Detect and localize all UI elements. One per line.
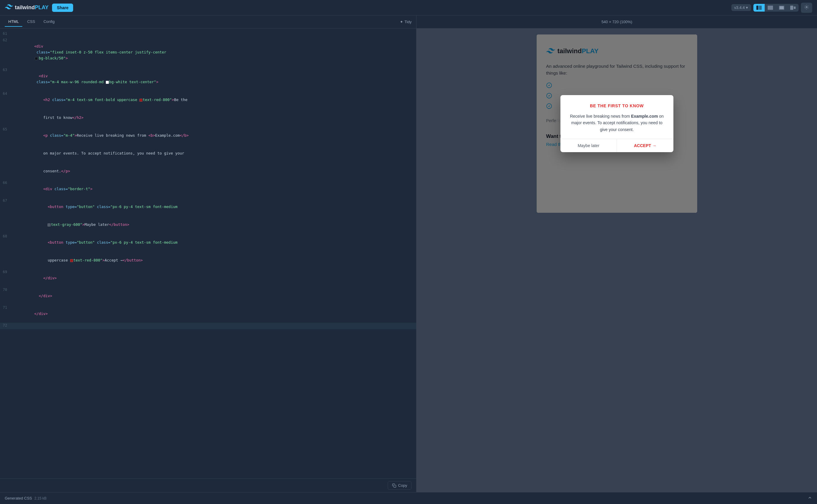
svg-rect-1 [759, 6, 762, 10]
tidy-button[interactable]: ✦ Tidy [400, 20, 412, 24]
bottom-bar: Generated CSS 2.15 kB [0, 492, 817, 504]
code-line: 61 [0, 31, 416, 37]
modal-accept-button[interactable]: ACCEPT → [617, 139, 673, 152]
code-line: 70 </div> [0, 287, 416, 305]
preview-panel: 540 × 720 (100%) tailwindPLAY [417, 15, 817, 492]
logo-text: tailwindPLAY [15, 4, 48, 11]
logo: tailwindPLAY [5, 4, 48, 12]
topbar: tailwindPLAY Share v3.4.4 ▾ [0, 0, 817, 15]
svg-rect-4 [780, 6, 784, 9]
code-line: 67 <button type="button" class="px-6 py-… [0, 198, 416, 216]
modal-text: Receive live breaking news from Example.… [570, 113, 664, 133]
code-line: on major events. To accept notifications… [0, 144, 416, 162]
svg-rect-2 [768, 6, 773, 10]
code-line: first to know</h2> [0, 109, 416, 127]
preview-header: 540 × 720 (100%) [417, 15, 817, 29]
sparkle-icon: ✦ [400, 20, 403, 24]
code-line: 66 <div class="border-t"> [0, 180, 416, 198]
code-line: consent.</p> [0, 162, 416, 180]
share-button[interactable]: Share [52, 4, 73, 12]
tab-css[interactable]: CSS [23, 17, 39, 27]
code-line: 71 </div> [0, 305, 416, 323]
svg-rect-0 [756, 6, 758, 10]
topbar-left: tailwindPLAY Share [5, 4, 73, 12]
code-line: uppercase text-red-800">Accept →</button… [0, 251, 416, 269]
tab-html[interactable]: HTML [5, 17, 22, 27]
split-view-button[interactable] [753, 4, 765, 12]
svg-rect-5 [790, 6, 793, 10]
preview-content: tailwindPLAY An advanced online playgrou… [417, 29, 817, 492]
code-line: 68 <button type="button" class="px-6 py-… [0, 234, 416, 251]
modal-footer: Maybe later ACCEPT → [561, 139, 673, 152]
topbar-right: v3.4.4 ▾ [731, 3, 812, 13]
responsive-view-button[interactable] [787, 4, 799, 12]
code-line: 69 </div> [0, 269, 416, 287]
tab-config[interactable]: Config [40, 17, 58, 27]
editor-panel: HTML CSS Config ✦ Tidy 61 62 <div class=… [0, 15, 417, 492]
code-line: text-gray-600">Maybe later</button> [0, 216, 416, 234]
modal-maybe-later-button[interactable]: Maybe later [561, 139, 617, 152]
generated-css-info: Generated CSS 2.15 kB [5, 496, 46, 500]
copy-btn-area: Copy [0, 478, 416, 492]
version-dropdown[interactable]: v3.4.4 ▾ [731, 4, 751, 11]
code-line: 63 <div class="m-4 max-w-96 rounded-md b… [0, 67, 416, 91]
copy-button[interactable]: Copy [388, 481, 412, 490]
svg-rect-8 [393, 485, 396, 487]
preview-only-button[interactable] [776, 4, 787, 12]
view-toggle-group [753, 4, 799, 12]
modal-overlay: BE THE FIRST TO KNOW Receive live breaki… [537, 34, 697, 213]
svg-point-7 [806, 6, 807, 8]
chevron-down-icon: ▾ [746, 5, 748, 10]
copy-icon [392, 483, 396, 488]
code-editor[interactable]: 61 62 <div class="fixed inset-0 z-50 fle… [0, 29, 416, 478]
settings-button[interactable] [801, 3, 812, 13]
preview-frame: tailwindPLAY An advanced online playgrou… [537, 34, 697, 213]
editor-only-button[interactable] [765, 4, 776, 12]
collapse-bottom-bar-button[interactable] [807, 495, 812, 501]
svg-rect-6 [794, 7, 796, 9]
tab-list: HTML CSS Config [5, 17, 58, 27]
modal-body: BE THE FIRST TO KNOW Receive live breaki… [561, 95, 673, 139]
modal-title: BE THE FIRST TO KNOW [570, 103, 664, 108]
main-content: HTML CSS Config ✦ Tidy 61 62 <div class=… [0, 15, 817, 492]
code-line-active: 72 [0, 323, 416, 329]
tailwind-logo-icon [5, 4, 13, 12]
editor-tabs: HTML CSS Config ✦ Tidy [0, 15, 416, 29]
modal-box: BE THE FIRST TO KNOW Receive live breaki… [561, 95, 673, 152]
code-line: 62 <div class="fixed inset-0 z-50 flex i… [0, 37, 416, 67]
code-line: 64 <h2 class="m-4 text-sm font-bold uppe… [0, 91, 416, 109]
code-line: 65 <p class="m-4">Receive live breaking … [0, 127, 416, 144]
